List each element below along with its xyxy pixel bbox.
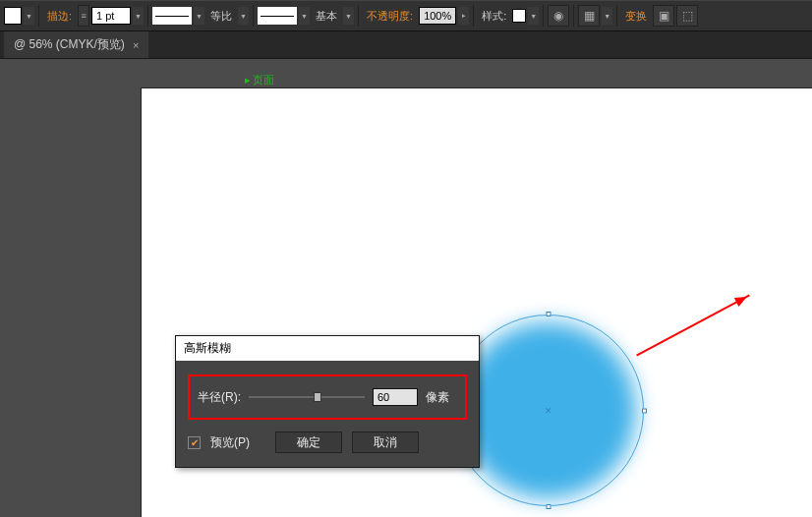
selected-circle[interactable]: ✕ (452, 315, 644, 506)
document-tab[interactable]: @ 56% (CMYK/预览) × (4, 31, 148, 58)
dialog-body: 半径(R): 像素 ✔ 预览(P) 确定 取消 (176, 361, 479, 467)
page-indicator-arrow: ▸ (245, 74, 251, 86)
preview-checkbox[interactable]: ✔ (188, 436, 201, 449)
recolor-icon[interactable]: ◉ (548, 5, 569, 27)
separator (358, 5, 359, 27)
separator (38, 5, 39, 27)
separator (253, 5, 254, 27)
radius-input[interactable] (373, 388, 418, 406)
stroke-dash-swatch[interactable] (152, 7, 192, 25)
stroke-weight-input[interactable] (91, 7, 131, 25)
tab-title: @ 56% (CMYK/预览) (14, 36, 125, 53)
transform-icon-1[interactable]: ▣ (653, 5, 674, 27)
separator (473, 5, 474, 27)
align-dropdown[interactable]: ▼ (602, 7, 612, 25)
dash-label: 等比 (206, 9, 236, 24)
stroke-label: 描边: (43, 9, 76, 24)
dash-flyout[interactable]: ▼ (238, 7, 249, 25)
stroke-decrement[interactable]: ≡ (78, 5, 89, 27)
fill-swatch[interactable] (4, 7, 22, 25)
preview-label: 预览(P) (210, 434, 250, 451)
close-icon[interactable]: × (133, 39, 139, 51)
fill-dropdown[interactable]: ▼ (24, 7, 34, 25)
separator (573, 5, 574, 27)
stroke-dash-dropdown[interactable]: ▼ (194, 7, 204, 25)
opacity-dropdown[interactable]: ▸ (458, 7, 469, 25)
transform-label: 变换 (621, 9, 651, 24)
align-icon[interactable]: ▦ (578, 5, 600, 27)
profile-flyout[interactable]: ▼ (343, 7, 354, 25)
opacity-input[interactable] (419, 7, 456, 25)
dialog-button-row: ✔ 预览(P) 确定 取消 (188, 431, 467, 453)
selection-handle-bottom[interactable] (546, 504, 551, 509)
workspace: ▸ 页面 ✕ 高斯模糊 半径(R): 像素 ✔ 预览(P) (0, 59, 812, 517)
document-tabbar: @ 56% (CMYK/预览) × (0, 31, 812, 59)
dialog-title: 高斯模糊 (176, 336, 479, 361)
radius-unit: 像素 (426, 389, 449, 406)
radius-row: 半径(R): 像素 (188, 374, 467, 420)
selection-center[interactable]: ✕ (545, 406, 552, 416)
page-indicator-label: 页面 (253, 73, 274, 87)
profile-dropdown[interactable]: ▼ (299, 7, 310, 25)
cancel-button[interactable]: 取消 (352, 431, 419, 453)
selection-handle-top[interactable] (546, 312, 551, 316)
profile-swatch[interactable] (258, 7, 297, 25)
radius-slider-thumb[interactable] (314, 392, 321, 402)
separator (147, 5, 148, 27)
style-dropdown[interactable]: ▼ (528, 7, 539, 25)
profile-label: 基本 (312, 9, 341, 24)
separator (616, 5, 617, 27)
options-toolbar: ▼ 描边: ≡ ▼ ▼ 等比 ▼ ▼ 基本 ▼ 不透明度: ▸ 样式: ▼ ◉ … (0, 0, 812, 31)
stroke-weight-dropdown[interactable]: ▼ (133, 7, 144, 25)
style-label: 样式: (478, 9, 510, 24)
separator (543, 5, 544, 27)
gaussian-blur-dialog: 高斯模糊 半径(R): 像素 ✔ 预览(P) 确定 取消 (175, 335, 480, 468)
style-swatch[interactable] (512, 9, 526, 23)
radius-slider[interactable] (249, 396, 365, 398)
ok-button[interactable]: 确定 (275, 431, 342, 453)
radius-label: 半径(R): (198, 389, 241, 406)
opacity-label: 不透明度: (363, 9, 417, 24)
selection-handle-right[interactable] (642, 408, 647, 413)
page-indicator: ▸ 页面 (245, 73, 274, 87)
transform-icon-2[interactable]: ⬚ (676, 5, 698, 27)
